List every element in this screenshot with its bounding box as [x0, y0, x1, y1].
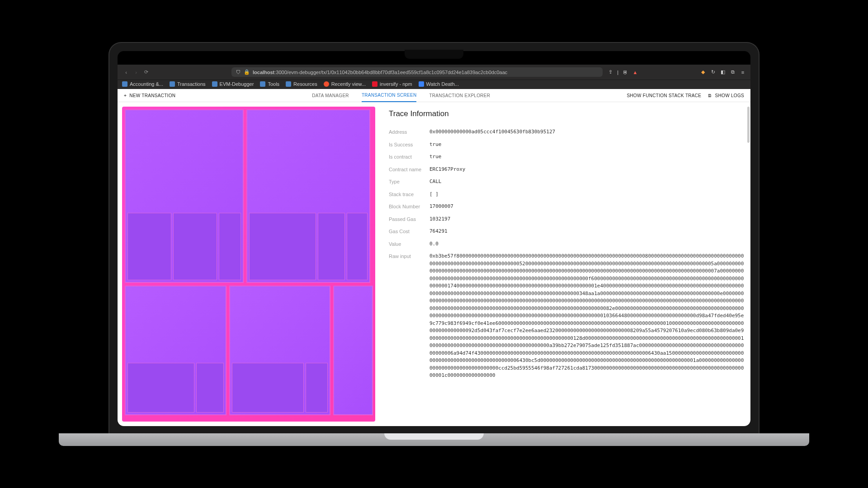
treemap-cell[interactable] — [173, 213, 217, 280]
laptop-notch — [405, 50, 463, 59]
laptop-base — [59, 433, 809, 446]
scrollbar[interactable] — [747, 107, 750, 143]
folder-icon — [122, 81, 127, 87]
lock-icon: 🔒 — [244, 69, 250, 75]
treemap-cell[interactable] — [318, 213, 345, 280]
bookmark-transactions[interactable]: Transactions — [170, 81, 206, 87]
tab-transaction-screen[interactable]: TRANSACTION SCREEN — [362, 93, 417, 102]
value-raw-input: 0xb3be57f8000000000000000000000000000000… — [429, 253, 746, 380]
back-button[interactable]: ‹ — [122, 68, 130, 76]
label-raw-input: Raw input — [389, 253, 429, 380]
tab-transaction-explorer[interactable]: TRANSACTION EXPLORER — [429, 93, 490, 102]
document-icon: 🗎 — [708, 93, 712, 98]
bookmark-watch-death[interactable]: Watch Death... — [419, 81, 459, 87]
app-root: + NEW TRANSACTION DATA MANAGER TRANSACTI… — [118, 89, 750, 426]
bookmark-resources[interactable]: Resources — [286, 81, 317, 87]
show-logs-button[interactable]: 🗎 SHOW LOGS — [708, 93, 744, 98]
label-gas-cost: Gas Cost — [389, 228, 429, 235]
copy-icon[interactable]: ⧉ — [730, 69, 736, 75]
url-path: :3000/evm-debugger/tx/1/0x11042b0bb64bd8… — [274, 70, 507, 75]
shield-icon: ⛉ — [236, 70, 241, 75]
url-host: localhost — [253, 70, 274, 75]
value-gas-cost: 764291 — [429, 228, 448, 235]
treemap-cell[interactable] — [249, 213, 316, 280]
folder-icon — [260, 81, 265, 87]
site-icon — [324, 81, 329, 87]
app-header: + NEW TRANSACTION DATA MANAGER TRANSACTI… — [118, 89, 750, 102]
value-stack-trace: [ ] — [429, 191, 439, 198]
site-icon — [419, 81, 424, 87]
value-block-number: 17000007 — [429, 203, 453, 211]
menu-icon[interactable]: ≡ — [740, 69, 746, 75]
label-block-number: Block Number — [389, 203, 429, 211]
label-is-success: Is Success — [389, 141, 429, 149]
show-stack-trace-button[interactable]: SHOW FUNCTION STACK TRACE — [627, 93, 701, 98]
label-contract-name: Contract name — [389, 166, 429, 174]
shield-toolbar-icon[interactable]: ⛨ — [622, 69, 628, 75]
label-type: Type — [389, 178, 429, 186]
treemap-cell[interactable] — [127, 363, 194, 413]
laptop-screen: ‹ › ⟳ ⛉ 🔒 localhost:3000/evm-debugger/tx… — [118, 51, 750, 426]
site-icon — [372, 81, 377, 87]
folder-icon — [170, 81, 175, 87]
warning-icon[interactable]: ▲ — [632, 69, 638, 75]
bookmarks-bar: Accounting &... Transactions EVM-Debugge… — [118, 80, 750, 89]
bookmark-inversify[interactable]: inversify - npm — [372, 81, 412, 87]
value-address: 0x000000000000ad05ccc4f10045630fb830b951… — [429, 128, 555, 136]
treemap-cell[interactable] — [246, 109, 370, 283]
plus-icon: + — [124, 93, 127, 98]
treemap-cell[interactable] — [229, 286, 331, 416]
trace-info-title: Trace Information — [389, 109, 746, 118]
label-passed-gas: Passed Gas — [389, 216, 429, 223]
new-transaction-label: NEW TRANSACTION — [129, 93, 175, 98]
treemap-cell[interactable] — [219, 213, 241, 280]
treemap-cell[interactable] — [347, 213, 368, 280]
laptop-bezel: ‹ › ⟳ ⛉ 🔒 localhost:3000/evm-debugger/tx… — [108, 42, 760, 434]
treemap-cell[interactable] — [306, 363, 328, 413]
address-bar[interactable]: ⛉ 🔒 localhost:3000/evm-debugger/tx/1/0x1… — [231, 67, 603, 77]
sidebar-toggle-icon[interactable]: ◧ — [720, 69, 726, 75]
value-is-success: true — [429, 141, 442, 149]
trace-info-panel: Trace Information Address0x000000000000a… — [380, 102, 750, 426]
forward-button[interactable]: › — [132, 68, 140, 76]
treemap-cell[interactable] — [196, 363, 223, 413]
label-value: Value — [389, 240, 429, 248]
reload-button[interactable]: ⟳ — [142, 68, 150, 76]
gas-treemap[interactable] — [122, 107, 375, 422]
ext1-icon[interactable]: ◆ — [700, 69, 706, 75]
treemap-cell[interactable] — [125, 286, 226, 416]
label-is-contract: Is contract — [389, 153, 429, 161]
content-area: Trace Information Address0x000000000000a… — [118, 102, 750, 426]
treemap-cell[interactable] — [125, 109, 244, 283]
treemap-cell[interactable] — [127, 213, 171, 280]
treemap-cell[interactable] — [232, 363, 304, 413]
label-stack-trace: Stack trace — [389, 191, 429, 198]
value-passed-gas: 1032197 — [429, 216, 450, 223]
bookmark-tools[interactable]: Tools — [260, 81, 279, 87]
tab-data-manager[interactable]: DATA MANAGER — [312, 93, 349, 102]
share-icon[interactable]: ⇪ — [607, 69, 613, 75]
label-address: Address — [389, 128, 429, 136]
treemap-panel — [118, 102, 380, 426]
folder-icon — [212, 81, 217, 87]
treemap-cell[interactable] — [333, 286, 373, 416]
value-type: CALL — [429, 178, 442, 186]
folder-icon — [286, 81, 291, 87]
value-is-contract: true — [429, 153, 442, 161]
bookmark-accounting[interactable]: Accounting &... — [122, 81, 163, 87]
value-contract-name: ERC1967Proxy — [429, 166, 465, 174]
refresh-ext-icon[interactable]: ↻ — [710, 69, 716, 75]
value-value: 0.0 — [429, 240, 439, 248]
bookmark-recently[interactable]: Recently view... — [324, 81, 366, 87]
new-transaction-button[interactable]: + NEW TRANSACTION — [124, 93, 175, 98]
laptop-mockup: ‹ › ⟳ ⛉ 🔒 localhost:3000/evm-debugger/tx… — [108, 42, 760, 446]
bookmark-evm-debugger[interactable]: EVM-Debugger — [212, 81, 254, 87]
browser-toolbar: ‹ › ⟳ ⛉ 🔒 localhost:3000/evm-debugger/tx… — [118, 65, 750, 80]
